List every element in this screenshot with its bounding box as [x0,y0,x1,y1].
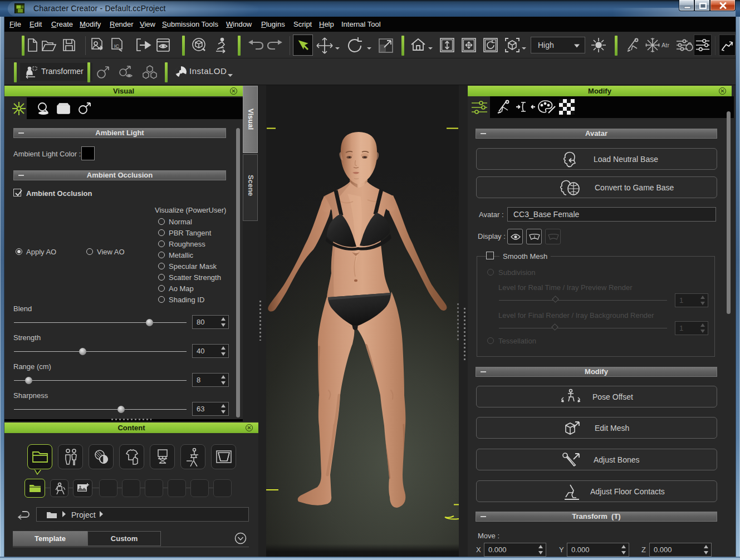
svg-text:IC: IC [114,43,120,49]
svg-text:Atr: Atr [661,42,669,48]
